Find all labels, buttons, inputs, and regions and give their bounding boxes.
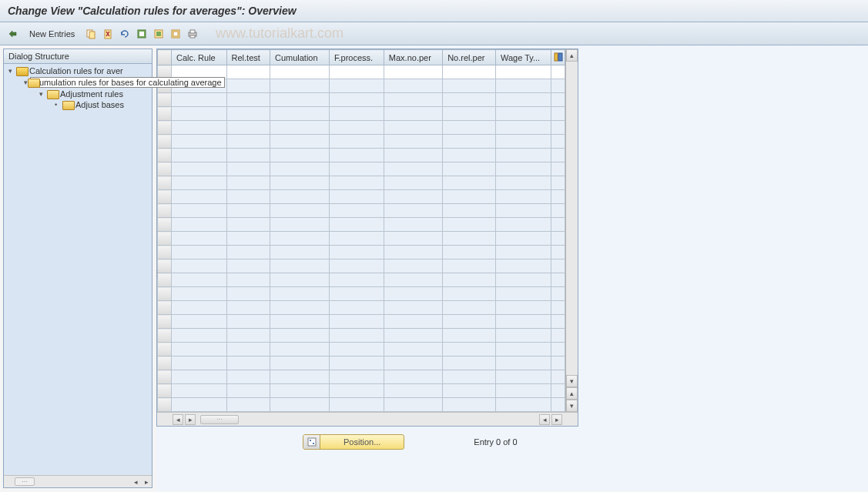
column-header-cumulation[interactable]: Cumulation: [270, 50, 329, 65]
row-selector[interactable]: [158, 232, 172, 246]
scroll-left-icon[interactable]: ◂: [173, 414, 183, 425]
table-cell[interactable]: [443, 301, 496, 315]
table-cell[interactable]: [270, 315, 329, 329]
table-cell[interactable]: [270, 343, 329, 356]
table-cell[interactable]: [384, 204, 442, 218]
table-row[interactable]: [158, 204, 565, 218]
table-cell[interactable]: [172, 149, 227, 162]
table-cell[interactable]: [270, 329, 329, 343]
table-cell[interactable]: [495, 398, 551, 412]
table-cell[interactable]: [172, 107, 227, 121]
table-cell[interactable]: [329, 329, 384, 343]
column-header-max-no-per[interactable]: Max.no.per: [384, 50, 442, 65]
table-row[interactable]: [158, 329, 565, 343]
table-cell[interactable]: [172, 329, 227, 343]
table-cell[interactable]: [172, 232, 227, 246]
column-header-no-rel-per[interactable]: No.rel.per: [443, 50, 496, 65]
table-cell[interactable]: [270, 190, 329, 204]
table-cell[interactable]: [270, 232, 329, 246]
table-cell[interactable]: [329, 343, 384, 356]
table-cell[interactable]: [384, 301, 442, 315]
table-cell[interactable]: [495, 79, 551, 93]
table-cell[interactable]: [226, 176, 270, 190]
table-row[interactable]: [158, 343, 565, 356]
table-row[interactable]: [158, 398, 565, 412]
table-cell[interactable]: [226, 65, 270, 79]
print-icon[interactable]: [186, 27, 199, 41]
table-cell[interactable]: [384, 218, 442, 232]
table-cell[interactable]: [495, 107, 551, 121]
scroll-down-icon[interactable]: ▾: [566, 400, 578, 412]
row-selector[interactable]: [158, 93, 172, 107]
row-selector[interactable]: [158, 398, 172, 412]
table-cell[interactable]: [172, 343, 227, 356]
table-cell[interactable]: [226, 107, 270, 121]
table-cell[interactable]: [495, 176, 551, 190]
deselect-all-icon[interactable]: [169, 27, 183, 41]
row-selector[interactable]: [158, 218, 172, 232]
scroll-up-icon[interactable]: ▴: [566, 49, 578, 62]
table-cell[interactable]: [226, 384, 270, 398]
scroll-left-icon[interactable]: ◂: [539, 414, 550, 425]
table-cell[interactable]: [443, 135, 496, 149]
table-cell[interactable]: [329, 273, 384, 287]
table-cell[interactable]: [270, 287, 329, 301]
table-cell[interactable]: [443, 273, 496, 287]
table-cell[interactable]: [329, 370, 384, 384]
table-cell[interactable]: [226, 232, 270, 246]
select-all-rows[interactable]: [158, 50, 172, 65]
table-cell[interactable]: [270, 204, 329, 218]
row-selector[interactable]: [158, 121, 172, 135]
scroll-right-icon[interactable]: ▸: [141, 477, 152, 487]
table-cell[interactable]: [172, 93, 227, 107]
table-cell[interactable]: [172, 370, 227, 384]
column-header-rel-test[interactable]: Rel.test: [226, 50, 270, 65]
table-row[interactable]: [158, 246, 565, 259]
table-row[interactable]: [158, 259, 565, 273]
table-cell[interactable]: [172, 315, 227, 329]
table-cell[interactable]: [270, 384, 329, 398]
table-cell[interactable]: [270, 218, 329, 232]
table-cell[interactable]: [270, 259, 329, 273]
table-cell[interactable]: [226, 398, 270, 412]
table-cell[interactable]: [384, 190, 442, 204]
scroll-thumb[interactable]: ⋯: [15, 477, 35, 486]
table-cell[interactable]: [384, 315, 442, 329]
table-cell[interactable]: [384, 398, 442, 412]
table-cell[interactable]: [172, 259, 227, 273]
table-cell[interactable]: [329, 65, 384, 79]
table-cell[interactable]: [226, 259, 270, 273]
row-selector[interactable]: [158, 343, 172, 356]
table-cell[interactable]: [443, 79, 496, 93]
table-cell[interactable]: [443, 121, 496, 135]
row-selector[interactable]: [158, 287, 172, 301]
table-cell[interactable]: [329, 218, 384, 232]
column-header-f-process[interactable]: F.process.: [329, 50, 384, 65]
table-cell[interactable]: [172, 121, 227, 135]
table-cell[interactable]: [495, 259, 551, 273]
row-selector[interactable]: [158, 329, 172, 343]
table-cell[interactable]: [270, 356, 329, 370]
table-cell[interactable]: [172, 135, 227, 149]
scroll-left-icon[interactable]: ◂: [130, 477, 141, 487]
table-cell[interactable]: [226, 190, 270, 204]
table-cell[interactable]: [226, 218, 270, 232]
table-cell[interactable]: [384, 65, 442, 79]
column-header-calc-rule[interactable]: Calc. Rule: [172, 50, 227, 65]
table-cell[interactable]: [226, 93, 270, 107]
table-row[interactable]: [158, 190, 565, 204]
table-cell[interactable]: [270, 246, 329, 259]
select-all-icon[interactable]: [135, 27, 149, 41]
table-cell[interactable]: [270, 370, 329, 384]
table-cell[interactable]: [443, 218, 496, 232]
table-cell[interactable]: [443, 356, 496, 370]
table-row[interactable]: [158, 162, 565, 176]
table-cell[interactable]: [384, 384, 442, 398]
table-cell[interactable]: [384, 370, 442, 384]
table-cell[interactable]: [172, 162, 227, 176]
table-cell[interactable]: [495, 356, 551, 370]
table-cell[interactable]: [384, 135, 442, 149]
table-row[interactable]: [158, 93, 565, 107]
splitter[interactable]: [152, 45, 156, 491]
table-row[interactable]: [158, 107, 565, 121]
